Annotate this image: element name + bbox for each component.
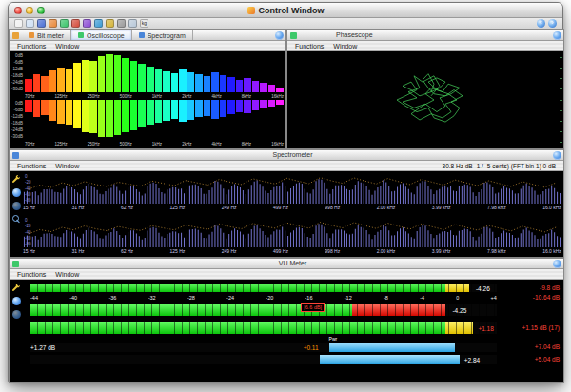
rta-bar <box>82 100 89 132</box>
new-window-icon[interactable] <box>14 19 23 28</box>
rta-bar <box>268 100 276 107</box>
camera-icon[interactable] <box>117 19 126 28</box>
vu-tab[interactable]: VU Meter <box>22 259 563 268</box>
freq-label: 70Hz <box>25 94 35 99</box>
rta-bar <box>130 61 138 92</box>
oscilloscope-tool-icon[interactable] <box>49 19 57 28</box>
rta-bar <box>171 73 179 92</box>
freq-label: 250Hz <box>88 142 100 147</box>
refresh-orb-icon[interactable] <box>12 202 21 210</box>
vu-peak-label-1: -9.8 dB <box>540 284 560 291</box>
vu-power-bar-2 <box>320 355 460 364</box>
windows-grid-icon[interactable] <box>37 19 46 28</box>
db-label: -24dB <box>11 80 23 85</box>
menu-window[interactable]: Window <box>55 163 79 169</box>
spectrogram-tool-icon[interactable] <box>83 19 91 28</box>
freq-label: 249 Hz <box>222 248 237 254</box>
freq-label: 1kHz <box>152 142 162 147</box>
spectrometer-collapse-orb-button[interactable] <box>553 151 561 160</box>
menu-window[interactable]: Window <box>55 271 79 278</box>
freq-label: 4kHz <box>211 142 221 147</box>
phasescope-menubar: Functions Window <box>287 41 563 51</box>
rta-bar <box>106 54 113 92</box>
settings-orb-icon[interactable] <box>12 297 21 305</box>
tab-bit-meter[interactable]: Bit meter <box>22 30 71 40</box>
zoom-button[interactable] <box>37 7 45 14</box>
tab-icon <box>139 32 145 38</box>
freq-label: 16.0 kHz <box>542 248 561 254</box>
rta-bar <box>57 100 65 124</box>
freq-label: 125Hz <box>55 142 68 147</box>
vu-tool-icon[interactable] <box>106 19 114 28</box>
spectrometer-panel-icon <box>12 152 19 159</box>
tab-oscilloscope[interactable]: Oscilloscope <box>71 30 132 40</box>
menu-functions[interactable]: Functions <box>17 271 46 278</box>
zoom-icon[interactable] <box>12 215 21 224</box>
phasescope-collapse-orb-button[interactable] <box>553 31 561 40</box>
vu-collapse-orb-button[interactable] <box>553 260 561 268</box>
freq-label: 1kHz <box>152 94 162 99</box>
title-bar[interactable]: Control Window <box>9 3 562 18</box>
close-button[interactable] <box>14 7 22 14</box>
rta-bar <box>155 69 163 92</box>
menu-window[interactable]: Window <box>333 43 357 49</box>
freq-label: 2kHz <box>182 142 191 147</box>
rta-bar <box>252 100 260 110</box>
vu-scale-tick: -32 <box>148 295 156 301</box>
minimize-button[interactable] <box>26 7 33 14</box>
forward-icon[interactable]: › <box>548 19 557 28</box>
settings-orb-icon[interactable] <box>12 188 21 197</box>
wrench-icon[interactable] <box>11 174 21 184</box>
freq-label: 499 Hz <box>273 205 288 210</box>
vu-yellow-segment <box>445 322 473 334</box>
tab-spectrogram[interactable]: Spectrogram <box>132 30 193 40</box>
wrench-icon[interactable] <box>11 283 21 292</box>
rta-bar <box>106 100 113 137</box>
rta-bar <box>187 72 195 92</box>
menu-functions[interactable]: Functions <box>17 163 46 169</box>
rta-bar <box>122 58 129 92</box>
tab-label: Spectrogram <box>148 32 186 39</box>
rta-bar <box>57 68 65 92</box>
rta-collapse-orb-button[interactable] <box>275 31 284 40</box>
rta-bar <box>98 56 106 92</box>
menu-window[interactable]: Window <box>55 43 79 49</box>
phase-ruler-tick <box>560 68 562 69</box>
rta-panel: Bit meterOscilloscopeSpectrogram Functio… <box>9 29 286 149</box>
phasescope-tool-icon[interactable] <box>94 19 103 28</box>
phase-ruler-tick <box>560 88 562 89</box>
phase-ruler-tick <box>560 78 562 79</box>
db-label: -60 <box>25 192 31 197</box>
spectrum-block-2: 0-20-40-60-80 15 Hz31 Hz62 Hz125 Hz249 H… <box>23 217 561 255</box>
spectrum-tool-icon[interactable] <box>60 19 69 28</box>
menu-functions[interactable]: Functions <box>295 43 324 49</box>
vu-peak-label-5: +5.04 dB <box>535 356 560 363</box>
rta-bar <box>73 63 81 92</box>
menu-functions[interactable]: Functions <box>17 43 46 49</box>
search-icon[interactable] <box>128 19 137 28</box>
vu-scale-tick: -36 <box>108 295 116 301</box>
window-title-text: Control Window <box>259 6 325 15</box>
rta-tool-icon[interactable] <box>71 19 80 28</box>
vu-scale-tick: -40 <box>69 295 77 301</box>
open-icon[interactable] <box>26 19 34 28</box>
vu-power-left-value: +1.27 dB <box>30 344 55 351</box>
rta-chart-channel-1 <box>25 52 284 92</box>
phasescope-tab[interactable]: Phasescope <box>300 30 563 40</box>
back-icon[interactable]: ‹ <box>537 19 545 28</box>
rta-menubar: Functions Window <box>10 41 286 51</box>
units-icon[interactable]: kg <box>140 19 148 28</box>
freq-label: 16.0 kHz <box>542 205 561 210</box>
vu-green-segment <box>30 284 445 292</box>
rta-tabs: Bit meterOscilloscopeSpectrogram <box>22 30 193 40</box>
freq-label: 499 Hz <box>273 248 288 254</box>
vu-scale: -44-40-36-32-28-24-20-16-12-8-40+4 <box>30 294 497 302</box>
spectrometer-panel: Spectrometer Functions Window 30.8 Hz dB… <box>9 149 564 258</box>
freq-label: 70Hz <box>25 142 35 147</box>
freq-label: 998 Hz <box>325 248 340 254</box>
refresh-orb-icon[interactable] <box>12 310 21 319</box>
freq-label: 15 Hz <box>23 248 35 254</box>
spectrometer-tab[interactable]: Spectrometer <box>22 150 563 160</box>
rta-bar <box>155 100 163 123</box>
rta-bar <box>114 100 122 135</box>
